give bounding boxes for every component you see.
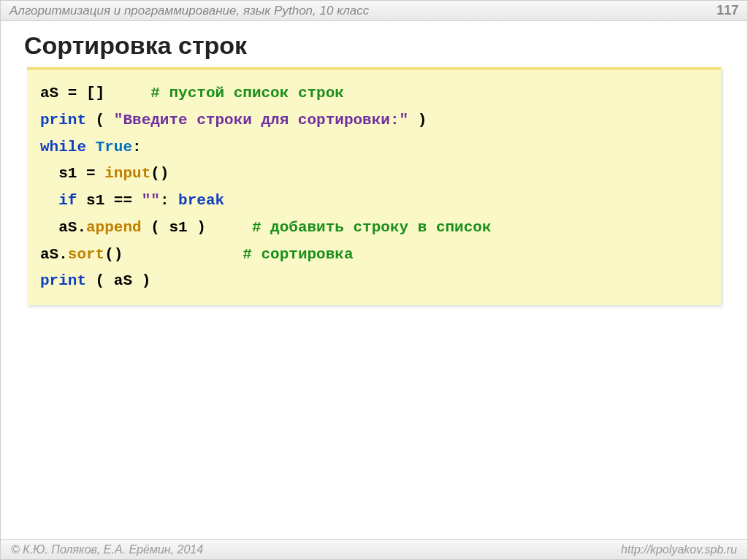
code-line-2: print ( "Введите строки для сортировки:"… [40,107,708,134]
header-title: Алгоритмизация и программирование, язык … [9,4,369,18]
footer-url: http://kpolyakov.spb.ru [621,543,737,556]
code-line-8: print ( aS ) [40,268,708,295]
code-block: aS = [] # пустой список строк print ( "В… [27,67,721,305]
code-line-4: s1 = input() [40,161,708,188]
page-number: 117 [717,3,739,18]
header-bar: Алгоритмизация и программирование, язык … [1,1,747,21]
code-line-3: while True: [40,134,708,161]
code-line-7: aS.sort() # сортировка [40,242,708,269]
page-title: Сортировка строк [1,21,747,67]
code-line-6: aS.append ( s1 ) # добавить строку в спи… [40,215,708,242]
footer-copyright: © К.Ю. Поляков, Е.А. Ерёмин, 2014 [11,543,203,556]
footer-bar: © К.Ю. Поляков, Е.А. Ерёмин, 2014 http:/… [1,539,747,559]
code-line-1: aS = [] # пустой список строк [40,80,708,107]
code-line-5: if s1 == "": break [40,188,708,215]
